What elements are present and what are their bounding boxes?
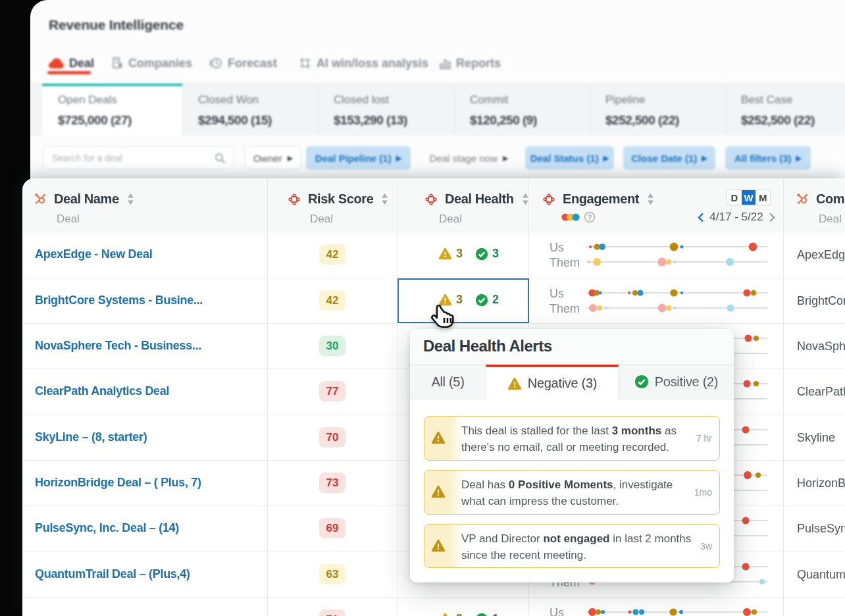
svg-text:?: ? [588,213,592,221]
